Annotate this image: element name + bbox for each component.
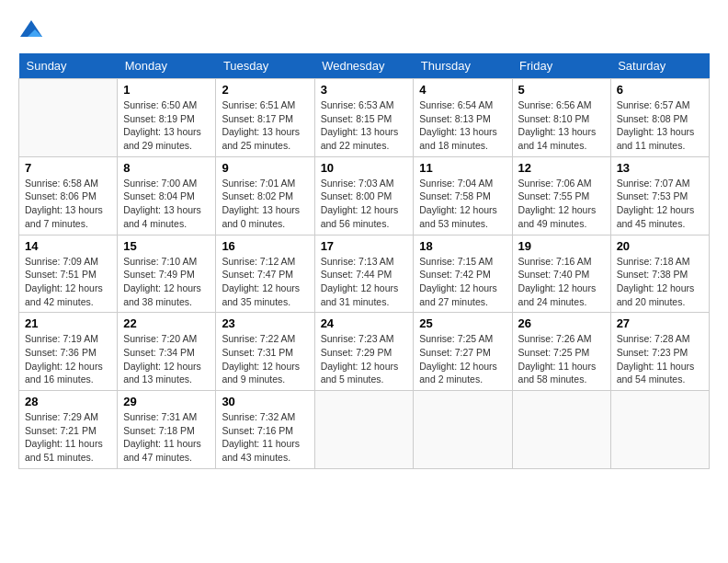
day-info: Sunrise: 7:23 AMSunset: 7:29 PMDaylight:… — [321, 332, 408, 386]
day-number: 1 — [123, 83, 210, 97]
calendar-cell: 14Sunrise: 7:09 AMSunset: 7:51 PMDayligh… — [19, 235, 118, 313]
calendar-cell: 4Sunrise: 6:54 AMSunset: 8:13 PMDaylight… — [414, 79, 512, 157]
calendar-cell — [314, 391, 414, 469]
weekday-header: Thursday — [414, 53, 512, 79]
calendar-cell: 7Sunrise: 6:58 AMSunset: 8:06 PMDaylight… — [19, 156, 118, 235]
day-number: 14 — [25, 239, 111, 253]
logo — [18, 18, 48, 44]
day-info: Sunrise: 7:26 AMSunset: 7:25 PMDaylight:… — [518, 332, 605, 386]
calendar-cell: 29Sunrise: 7:31 AMSunset: 7:18 PMDayligh… — [118, 391, 216, 469]
day-number: 3 — [321, 83, 408, 97]
calendar-cell: 30Sunrise: 7:32 AMSunset: 7:16 PMDayligh… — [216, 391, 314, 469]
calendar-cell: 2Sunrise: 6:51 AMSunset: 8:17 PMDaylight… — [216, 79, 314, 157]
logo-icon — [18, 18, 44, 44]
day-info: Sunrise: 7:18 AMSunset: 7:38 PMDaylight:… — [617, 255, 703, 309]
day-info: Sunrise: 7:09 AMSunset: 7:51 PMDaylight:… — [25, 255, 111, 309]
day-number: 22 — [123, 316, 210, 330]
calendar-cell: 16Sunrise: 7:12 AMSunset: 7:47 PMDayligh… — [216, 235, 314, 313]
day-info: Sunrise: 7:31 AMSunset: 7:18 PMDaylight:… — [123, 410, 210, 465]
calendar-cell: 1Sunrise: 6:50 AMSunset: 8:19 PMDaylight… — [118, 79, 216, 157]
day-number: 8 — [123, 161, 210, 175]
day-info: Sunrise: 7:00 AMSunset: 8:04 PMDaylight:… — [123, 177, 210, 231]
weekday-header: Wednesday — [314, 53, 414, 79]
calendar-cell: 8Sunrise: 7:00 AMSunset: 8:04 PMDaylight… — [118, 156, 216, 235]
day-number: 2 — [222, 83, 308, 97]
day-number: 25 — [419, 316, 506, 330]
calendar-cell — [512, 391, 610, 469]
day-info: Sunrise: 7:19 AMSunset: 7:36 PMDaylight:… — [25, 332, 111, 386]
calendar-cell: 17Sunrise: 7:13 AMSunset: 7:44 PMDayligh… — [314, 235, 414, 313]
calendar-cell: 9Sunrise: 7:01 AMSunset: 8:02 PMDaylight… — [216, 156, 314, 235]
day-info: Sunrise: 7:32 AMSunset: 7:16 PMDaylight:… — [222, 410, 308, 465]
day-number: 9 — [222, 161, 308, 175]
day-number: 11 — [419, 161, 506, 175]
day-info: Sunrise: 6:53 AMSunset: 8:15 PMDaylight:… — [321, 98, 408, 153]
calendar-cell: 15Sunrise: 7:10 AMSunset: 7:49 PMDayligh… — [118, 235, 216, 313]
day-number: 20 — [617, 239, 703, 253]
day-number: 23 — [222, 316, 308, 330]
calendar-cell — [19, 79, 118, 157]
weekday-header: Monday — [118, 53, 216, 79]
calendar-cell: 26Sunrise: 7:26 AMSunset: 7:25 PMDayligh… — [512, 313, 610, 391]
day-info: Sunrise: 7:03 AMSunset: 8:00 PMDaylight:… — [321, 177, 408, 231]
calendar-cell: 22Sunrise: 7:20 AMSunset: 7:34 PMDayligh… — [118, 313, 216, 391]
day-info: Sunrise: 6:54 AMSunset: 8:13 PMDaylight:… — [419, 98, 506, 153]
calendar-cell: 12Sunrise: 7:06 AMSunset: 7:55 PMDayligh… — [512, 156, 610, 235]
day-number: 15 — [123, 239, 210, 253]
day-info: Sunrise: 6:51 AMSunset: 8:17 PMDaylight:… — [222, 98, 308, 153]
calendar-cell: 5Sunrise: 6:56 AMSunset: 8:10 PMDaylight… — [512, 79, 610, 157]
calendar-cell: 19Sunrise: 7:16 AMSunset: 7:40 PMDayligh… — [512, 235, 610, 313]
day-number: 30 — [222, 395, 308, 408]
day-number: 19 — [518, 239, 605, 253]
day-number: 27 — [617, 316, 703, 330]
calendar-cell: 18Sunrise: 7:15 AMSunset: 7:42 PMDayligh… — [414, 235, 512, 313]
day-info: Sunrise: 6:50 AMSunset: 8:19 PMDaylight:… — [123, 98, 210, 153]
calendar-week-row: 28Sunrise: 7:29 AMSunset: 7:21 PMDayligh… — [19, 391, 710, 469]
calendar-cell: 11Sunrise: 7:04 AMSunset: 7:58 PMDayligh… — [414, 156, 512, 235]
header-row: SundayMondayTuesdayWednesdayThursdayFrid… — [19, 53, 710, 79]
day-info: Sunrise: 7:12 AMSunset: 7:47 PMDaylight:… — [222, 255, 308, 309]
day-number: 13 — [617, 161, 703, 175]
day-info: Sunrise: 7:01 AMSunset: 8:02 PMDaylight:… — [222, 177, 308, 231]
day-number: 6 — [617, 83, 703, 97]
calendar-cell — [414, 391, 512, 469]
day-number: 16 — [222, 239, 308, 253]
calendar-cell: 28Sunrise: 7:29 AMSunset: 7:21 PMDayligh… — [19, 391, 118, 469]
calendar-cell: 3Sunrise: 6:53 AMSunset: 8:15 PMDaylight… — [314, 79, 414, 157]
calendar-table: SundayMondayTuesdayWednesdayThursdayFrid… — [18, 53, 710, 469]
day-info: Sunrise: 6:57 AMSunset: 8:08 PMDaylight:… — [617, 98, 703, 153]
calendar-week-row: 7Sunrise: 6:58 AMSunset: 8:06 PMDaylight… — [19, 156, 710, 235]
weekday-header: Friday — [512, 53, 610, 79]
calendar-week-row: 1Sunrise: 6:50 AMSunset: 8:19 PMDaylight… — [19, 79, 710, 157]
day-info: Sunrise: 7:29 AMSunset: 7:21 PMDaylight:… — [25, 410, 111, 465]
calendar-week-row: 14Sunrise: 7:09 AMSunset: 7:51 PMDayligh… — [19, 235, 710, 313]
calendar-cell: 21Sunrise: 7:19 AMSunset: 7:36 PMDayligh… — [19, 313, 118, 391]
calendar-cell: 6Sunrise: 6:57 AMSunset: 8:08 PMDaylight… — [610, 79, 709, 157]
calendar-week-row: 21Sunrise: 7:19 AMSunset: 7:36 PMDayligh… — [19, 313, 710, 391]
day-info: Sunrise: 7:20 AMSunset: 7:34 PMDaylight:… — [123, 332, 210, 386]
calendar-cell: 20Sunrise: 7:18 AMSunset: 7:38 PMDayligh… — [610, 235, 709, 313]
day-number: 26 — [518, 316, 605, 330]
day-number: 12 — [518, 161, 605, 175]
calendar-cell: 10Sunrise: 7:03 AMSunset: 8:00 PMDayligh… — [314, 156, 414, 235]
page-header — [18, 18, 710, 44]
day-number: 5 — [518, 83, 605, 97]
day-info: Sunrise: 7:22 AMSunset: 7:31 PMDaylight:… — [222, 332, 308, 386]
day-number: 10 — [321, 161, 408, 175]
calendar-cell: 27Sunrise: 7:28 AMSunset: 7:23 PMDayligh… — [610, 313, 709, 391]
day-info: Sunrise: 7:10 AMSunset: 7:49 PMDaylight:… — [123, 255, 210, 309]
day-number: 29 — [123, 395, 210, 408]
day-number: 7 — [25, 161, 111, 175]
day-info: Sunrise: 6:56 AMSunset: 8:10 PMDaylight:… — [518, 98, 605, 153]
day-info: Sunrise: 6:58 AMSunset: 8:06 PMDaylight:… — [25, 177, 111, 231]
calendar-cell: 13Sunrise: 7:07 AMSunset: 7:53 PMDayligh… — [610, 156, 709, 235]
day-info: Sunrise: 7:07 AMSunset: 7:53 PMDaylight:… — [617, 177, 703, 231]
day-info: Sunrise: 7:13 AMSunset: 7:44 PMDaylight:… — [321, 255, 408, 309]
day-info: Sunrise: 7:28 AMSunset: 7:23 PMDaylight:… — [617, 332, 703, 386]
calendar-cell: 23Sunrise: 7:22 AMSunset: 7:31 PMDayligh… — [216, 313, 314, 391]
day-number: 21 — [25, 316, 111, 330]
day-number: 24 — [321, 316, 408, 330]
calendar-cell — [610, 391, 709, 469]
day-number: 18 — [419, 239, 506, 253]
day-info: Sunrise: 7:16 AMSunset: 7:40 PMDaylight:… — [518, 255, 605, 309]
